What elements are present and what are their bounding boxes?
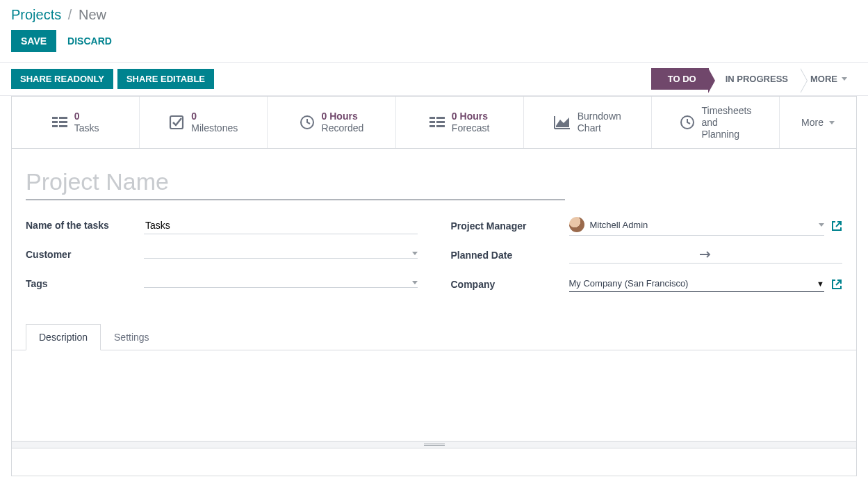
caret-down-icon	[412, 252, 418, 255]
breadcrumb-root[interactable]: Projects	[11, 7, 61, 22]
label-tags: Tags	[26, 278, 144, 289]
stat-recorded-value: 0 Hours	[322, 111, 364, 122]
label-company: Company	[451, 279, 569, 290]
breadcrumb-sep: /	[68, 7, 72, 22]
breadcrumb: Projects / New	[11, 7, 857, 23]
breadcrumb-current: New	[79, 7, 106, 22]
stat-forecast-value: 0 Hours	[452, 111, 489, 122]
svg-rect-4	[52, 125, 58, 127]
share-editable-button[interactable]: SHARE EDITABLE	[117, 69, 214, 89]
stat-burndown[interactable]: Burndown Chart	[524, 97, 652, 148]
stat-ts-l1: Timesheets	[702, 105, 752, 117]
external-link-icon[interactable]	[831, 220, 842, 232]
stat-recorded-label: Recorded	[322, 122, 364, 134]
stat-tasks-value: 0	[74, 111, 99, 122]
save-button[interactable]: SAVE	[11, 30, 56, 52]
label-tasks-name: Name of the tasks	[26, 220, 144, 231]
tab-settings[interactable]: Settings	[101, 324, 163, 350]
area-chart-icon	[554, 115, 571, 129]
stage-more-label: MORE	[810, 74, 837, 84]
stat-burndown-l1: Burndown	[578, 111, 621, 122]
grip-icon	[424, 444, 445, 446]
svg-rect-11	[436, 121, 445, 123]
list-icon	[52, 115, 67, 129]
stat-milestones-label: Milestones	[191, 122, 238, 134]
svg-rect-2	[52, 121, 58, 123]
stat-milestones[interactable]: 0 Milestones	[140, 97, 268, 148]
share-readonly-button[interactable]: SHARE READONLY	[11, 69, 113, 89]
stage-bar: TO DO IN PROGRESS MORE	[651, 68, 857, 90]
caret-down-icon	[842, 77, 847, 81]
label-project-manager: Project Manager	[451, 220, 569, 232]
description-pane[interactable]	[12, 350, 856, 441]
stage-more[interactable]: MORE	[801, 68, 857, 90]
customer-select[interactable]	[144, 250, 418, 259]
svg-rect-8	[429, 117, 435, 119]
stat-milestones-value: 0	[191, 111, 238, 122]
stat-ts-l2: and	[702, 117, 752, 129]
caret-down-icon	[412, 281, 418, 284]
caret-down-icon: ▼	[817, 280, 824, 288]
project-manager-value: Mitchell Admin	[590, 220, 648, 230]
stat-burndown-l2: Chart	[578, 122, 621, 134]
tab-description[interactable]: Description	[26, 324, 101, 350]
planned-date-range[interactable]	[569, 248, 843, 264]
date-end-input[interactable]	[721, 249, 842, 260]
date-start-input[interactable]	[569, 249, 690, 260]
label-planned-date: Planned Date	[451, 250, 569, 261]
svg-rect-13	[436, 125, 445, 127]
check-square-icon	[169, 115, 184, 130]
tags-select[interactable]	[144, 280, 418, 288]
svg-rect-0	[52, 117, 58, 119]
project-manager-select[interactable]: Mitchell Admin	[569, 216, 825, 236]
stage-in-progress[interactable]: IN PROGRESS	[709, 68, 801, 90]
stat-more-label: More	[801, 117, 824, 128]
chatter-area	[11, 448, 857, 476]
stage-todo[interactable]: TO DO	[651, 68, 709, 90]
svg-rect-5	[59, 125, 67, 127]
tasks-name-input[interactable]	[144, 217, 418, 234]
svg-rect-9	[436, 117, 445, 119]
company-select[interactable]: My Company (San Francisco) ▼	[569, 277, 825, 292]
label-customer: Customer	[26, 249, 144, 260]
stat-hours-forecast[interactable]: 0 Hours Forecast	[396, 97, 524, 148]
clock-icon	[300, 115, 315, 130]
stat-timesheets[interactable]: Timesheets and Planning	[652, 97, 780, 148]
stat-ts-l3: Planning	[702, 129, 752, 140]
project-name-input[interactable]	[26, 165, 565, 200]
caret-down-icon	[829, 121, 835, 124]
stat-more[interactable]: More	[780, 97, 856, 148]
svg-rect-1	[59, 117, 67, 119]
stat-forecast-label: Forecast	[452, 122, 489, 134]
avatar	[569, 217, 584, 232]
list-icon	[429, 115, 445, 129]
arrow-right-icon	[699, 251, 712, 258]
clock-icon	[680, 115, 695, 130]
resize-handle[interactable]	[11, 442, 857, 448]
company-value: My Company (San Francisco)	[569, 278, 689, 289]
svg-rect-3	[59, 121, 67, 123]
external-link-icon[interactable]	[831, 279, 842, 290]
svg-rect-12	[429, 125, 435, 127]
caret-down-icon	[819, 223, 824, 227]
discard-button[interactable]: DISCARD	[65, 30, 115, 52]
stat-hours-recorded[interactable]: 0 Hours Recorded	[268, 97, 395, 148]
stat-tasks-label: Tasks	[74, 122, 99, 134]
svg-rect-10	[429, 121, 435, 123]
stat-tasks[interactable]: 0 Tasks	[12, 97, 140, 148]
